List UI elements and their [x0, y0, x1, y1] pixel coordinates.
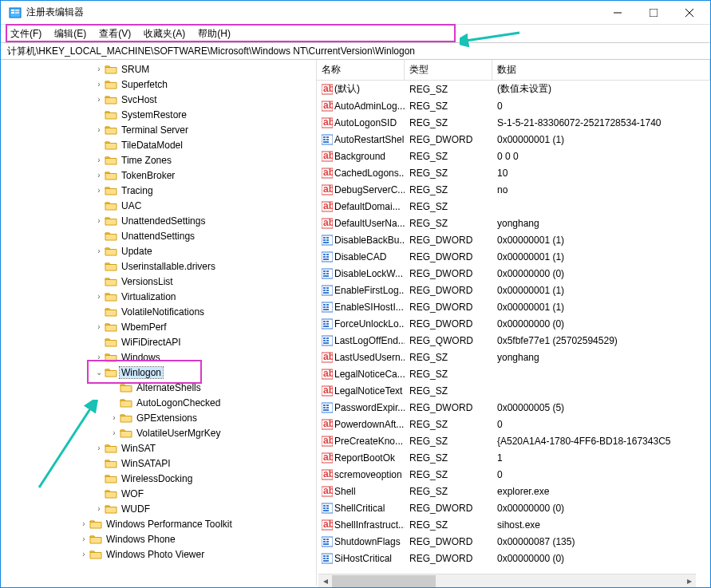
tree-node[interactable]: ›Tracing — [1, 183, 316, 198]
col-header-data[interactable]: 数据 — [492, 60, 710, 80]
list-row[interactable]: ShutdownFlagsREG_DWORD0x00000087 (135) — [317, 533, 710, 550]
list-row[interactable]: abscremoveoptionREG_SZ0 — [317, 466, 710, 483]
list-row[interactable]: abPreCreateKno...REG_SZ{A520A1A4-1780-4F… — [317, 432, 710, 449]
list-pane[interactable]: 名称 类型 数据 ab(默认)REG_SZ(数值未设置)abAutoAdminL… — [317, 60, 710, 586]
tree-node[interactable]: ›SRUM — [1, 61, 316, 77]
list-row[interactable]: abBackgroundREG_SZ0 0 0 — [317, 148, 710, 164]
tree-node[interactable]: ›VolatileUserMgrKey — [1, 425, 316, 440]
chevron-icon[interactable]: › — [78, 519, 89, 528]
chevron-icon[interactable]: › — [93, 95, 105, 104]
tree-node[interactable]: AutoLogonChecked — [1, 395, 316, 410]
list-row[interactable]: DisableCADREG_DWORD0x00000001 (1) — [317, 248, 710, 265]
list-row[interactable]: LastLogOffEnd...REG_QWORD0x5fbfe77e1 (25… — [317, 332, 710, 349]
tree-node[interactable]: ›GPExtensions — [1, 410, 316, 425]
chevron-icon[interactable]: › — [93, 65, 105, 73]
list-row[interactable]: AutoRestartShellREG_DWORD0x00000001 (1) — [317, 131, 710, 148]
tree-node[interactable]: ›Windows Phone — [1, 531, 316, 547]
tree-node[interactable]: WinSATAPI — [1, 456, 316, 471]
address-bar[interactable]: 计算机\HKEY_LOCAL_MACHINE\SOFTWARE\Microsof… — [1, 42, 710, 60]
list-row[interactable]: abCachedLogons...REG_SZ10 — [317, 164, 710, 181]
tree-node[interactable]: ›Virtualization — [1, 289, 316, 304]
scroll-left-icon[interactable]: ◂ — [318, 574, 332, 588]
tree-node[interactable]: WOF — [1, 486, 316, 501]
list-row[interactable]: SiHostCriticalREG_DWORD0x00000000 (0) — [317, 550, 710, 566]
tree-node[interactable]: ›Update — [1, 243, 316, 258]
tree-node[interactable]: UAC — [1, 198, 316, 213]
tree-node[interactable]: VolatileNotifications — [1, 304, 316, 319]
chevron-icon[interactable]: › — [109, 428, 120, 437]
chevron-icon[interactable]: › — [78, 535, 89, 543]
menu-help[interactable]: 帮助(H) — [192, 26, 237, 42]
tree-node[interactable]: WiFiDirectAPI — [1, 334, 316, 349]
tree-node[interactable]: WirelessDocking — [1, 471, 316, 486]
scroll-right-icon[interactable]: ▸ — [682, 574, 696, 588]
list-row[interactable]: abReportBootOkREG_SZ1 — [317, 449, 710, 466]
list-row[interactable]: abAutoAdminLog...REG_SZ0 — [317, 97, 710, 114]
chevron-icon[interactable]: › — [93, 292, 105, 301]
list-row[interactable]: DisableLockW...REG_DWORD0x00000000 (0) — [317, 265, 710, 282]
menu-favorites[interactable]: 收藏夹(A) — [137, 26, 192, 42]
chevron-icon[interactable]: › — [93, 171, 105, 180]
tree-node[interactable]: ›Time Zones — [1, 152, 316, 168]
chevron-icon[interactable]: › — [93, 247, 105, 255]
tree-node[interactable]: ›Windows — [1, 349, 316, 365]
list-row[interactable]: EnableFirstLog...REG_DWORD0x00000001 (1) — [317, 282, 710, 298]
tree-node[interactable]: VersionsList — [1, 274, 316, 289]
close-button[interactable] — [671, 2, 707, 24]
tree-node[interactable]: ›WbemPerf — [1, 319, 316, 334]
maximize-button[interactable] — [635, 2, 671, 24]
list-row[interactable]: ForceUnlockLo...REG_DWORD0x00000000 (0) — [317, 315, 710, 332]
chevron-icon[interactable]: › — [93, 216, 105, 225]
tree-node[interactable]: ›TokenBroker — [1, 168, 316, 183]
list-row[interactable]: abLegalNoticeTextREG_SZ — [317, 382, 710, 399]
list-row[interactable]: abDefaultUserNa...REG_SZyonghang — [317, 215, 710, 231]
chevron-icon[interactable]: › — [109, 413, 120, 422]
menu-edit[interactable]: 编辑(E) — [48, 26, 93, 42]
tree-node[interactable]: UnattendSettings — [1, 228, 316, 243]
list-row[interactable]: PasswordExpir...REG_DWORD0x00000005 (5) — [317, 399, 710, 416]
minimize-button[interactable] — [599, 2, 635, 24]
chevron-icon[interactable]: › — [93, 80, 105, 89]
tree-node[interactable]: AlternateShells — [1, 380, 316, 395]
chevron-icon[interactable]: › — [78, 550, 89, 558]
scroll-thumb[interactable] — [332, 575, 436, 587]
list-row[interactable]: abShellInfrastruct...REG_SZsihost.exe — [317, 516, 710, 533]
chevron-icon[interactable]: › — [93, 186, 105, 195]
list-row[interactable]: abShellREG_SZexplorer.exe — [317, 483, 710, 499]
tree-node[interactable]: SystemRestore — [1, 107, 316, 122]
col-header-type[interactable]: 类型 — [405, 60, 492, 80]
tree-node[interactable]: ›WUDF — [1, 501, 316, 516]
chevron-icon[interactable]: › — [93, 504, 105, 513]
chevron-icon[interactable]: › — [93, 156, 105, 164]
col-header-name[interactable]: 名称 — [317, 60, 405, 80]
list-row[interactable]: abPowerdownAft...REG_SZ0 — [317, 416, 710, 432]
list-row[interactable]: ShellCriticalREG_DWORD0x00000000 (0) — [317, 499, 710, 516]
tree-node[interactable]: Userinstallable.drivers — [1, 258, 316, 274]
list-row[interactable]: abLegalNoticeCa...REG_SZ — [317, 365, 710, 382]
tree-node[interactable]: ›WinSAT — [1, 440, 316, 456]
tree-node[interactable]: ›UnattendedSettings — [1, 213, 316, 228]
tree-node[interactable]: ›Terminal Server — [1, 122, 316, 137]
tree-node[interactable]: ›Windows Photo Viewer — [1, 547, 316, 562]
horizontal-scrollbar[interactable]: ◂ ▸ — [318, 574, 696, 587]
tree-node[interactable]: ›Windows Performance Toolkit — [1, 516, 316, 531]
list-row[interactable]: EnableSIHostI...REG_DWORD0x00000001 (1) — [317, 298, 710, 315]
list-row[interactable]: abDebugServerC...REG_SZno — [317, 181, 710, 198]
chevron-icon[interactable]: › — [93, 353, 105, 361]
chevron-icon[interactable]: ⌄ — [93, 368, 105, 377]
tree-node[interactable]: ›SvcHost — [1, 92, 316, 107]
list-row[interactable]: abLastUsedUsern...REG_SZyonghang — [317, 349, 710, 365]
list-row[interactable]: abAutoLogonSIDREG_SZS-1-5-21-83306072-25… — [317, 114, 710, 131]
tree-node[interactable]: ›Superfetch — [1, 77, 316, 92]
tree-node[interactable]: TileDataModel — [1, 137, 316, 152]
list-row[interactable]: ab(默认)REG_SZ(数值未设置) — [317, 81, 710, 97]
chevron-icon[interactable]: › — [93, 125, 105, 134]
chevron-icon[interactable]: › — [93, 322, 105, 331]
list-row[interactable]: DisableBackBu...REG_DWORD0x00000001 (1) — [317, 231, 710, 248]
tree-pane[interactable]: ›SRUM›Superfetch›SvcHostSystemRestore›Te… — [1, 60, 317, 586]
list-row[interactable]: abDefaultDomai...REG_SZ — [317, 198, 710, 215]
tree-node[interactable]: ⌄Winlogon — [1, 365, 316, 380]
menu-view[interactable]: 查看(V) — [93, 26, 137, 42]
menu-file[interactable]: 文件(F) — [4, 26, 48, 42]
chevron-icon[interactable]: › — [93, 444, 105, 452]
